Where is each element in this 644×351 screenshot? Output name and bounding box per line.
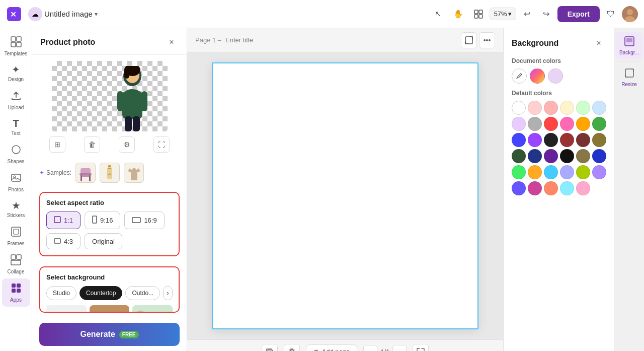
sample-garment[interactable] xyxy=(124,163,144,183)
default-color-swatch[interactable] xyxy=(576,117,590,131)
default-color-swatch[interactable] xyxy=(544,181,558,195)
document-title[interactable]: Untitled image xyxy=(44,10,93,18)
default-color-swatch[interactable] xyxy=(544,133,558,147)
gradient-swatch[interactable] xyxy=(530,68,545,84)
sidebar-item-frames[interactable]: Frames xyxy=(2,222,30,250)
page-title-input[interactable] xyxy=(225,36,310,44)
cursor-tool-button[interactable]: ↖ xyxy=(429,5,447,23)
default-color-swatch[interactable] xyxy=(592,117,606,131)
fullscreen-button[interactable] xyxy=(413,344,429,352)
ratio-16-9-button[interactable]: 16:9 xyxy=(124,212,164,229)
generate-button[interactable]: Generate FREE xyxy=(39,323,180,346)
add-page-button[interactable]: ⊕ Add page xyxy=(306,344,358,351)
default-color-swatch[interactable] xyxy=(576,133,590,147)
sidebar-item-stickers[interactable]: ★ Stickers xyxy=(2,196,30,222)
bg-item-flower-marble[interactable]: Flower on Marble xyxy=(132,305,173,313)
title-dropdown-arrow[interactable]: ▾ xyxy=(95,11,98,18)
default-color-swatch[interactable] xyxy=(528,117,542,131)
sidebar-item-photos[interactable]: Photos xyxy=(2,168,30,196)
default-color-swatch[interactable] xyxy=(592,149,606,163)
sidebar-item-templates[interactable]: Templates xyxy=(2,32,30,60)
zoom-selector[interactable]: 57% ▾ xyxy=(490,8,516,20)
default-color-swatch[interactable] xyxy=(512,117,526,131)
export-button[interactable]: Export xyxy=(557,6,600,22)
svg-rect-33 xyxy=(117,91,123,111)
svg-text:✕: ✕ xyxy=(10,10,17,18)
default-color-swatch[interactable] xyxy=(512,165,526,179)
default-color-swatch[interactable] xyxy=(544,101,558,115)
sample-chair[interactable] xyxy=(75,163,96,183)
default-color-swatch[interactable] xyxy=(512,133,526,147)
default-color-swatch[interactable] xyxy=(576,181,590,195)
default-color-swatch[interactable] xyxy=(528,101,542,115)
default-color-swatch[interactable] xyxy=(592,133,606,147)
sidebar-item-apps[interactable]: Apps xyxy=(2,278,30,307)
default-color-swatch[interactable] xyxy=(512,101,526,115)
delete-preview-button[interactable]: 🗑 xyxy=(84,136,100,153)
bg-tab-more[interactable]: › xyxy=(163,286,173,300)
default-color-swatch[interactable] xyxy=(592,101,606,115)
default-color-swatch[interactable] xyxy=(576,165,590,179)
default-color-swatch[interactable] xyxy=(560,165,574,179)
delete-page-button[interactable] xyxy=(284,344,300,352)
default-color-swatch[interactable] xyxy=(576,149,590,163)
default-color-swatch[interactable] xyxy=(528,149,542,163)
default-color-swatch[interactable] xyxy=(512,149,526,163)
hand-tool-button[interactable]: ✋ xyxy=(449,5,467,23)
default-color-swatch[interactable] xyxy=(528,133,542,147)
next-page-button[interactable]: › xyxy=(392,345,407,352)
duplicate-page-button[interactable] xyxy=(262,344,278,352)
bg-tab-countertop[interactable]: Countertop xyxy=(79,286,122,300)
sidebar-item-shapes[interactable]: Shapes xyxy=(2,140,30,168)
right-tab-resize[interactable]: Resize xyxy=(615,64,643,91)
text-icon: T xyxy=(13,118,19,128)
crop-button[interactable]: ⊞ xyxy=(49,136,65,153)
sidebar-item-design[interactable]: ✦ Design xyxy=(2,60,30,86)
bg-tab-studio[interactable]: Studio xyxy=(46,286,76,300)
undo-button[interactable]: ↩ xyxy=(518,5,536,23)
default-color-swatch[interactable] xyxy=(560,117,574,131)
default-color-swatch[interactable] xyxy=(576,101,590,115)
user-avatar[interactable] xyxy=(622,6,638,22)
default-color-swatch[interactable] xyxy=(560,101,574,115)
ratio-4-3-icon xyxy=(54,237,61,245)
background-popup-close-button[interactable]: × xyxy=(592,36,606,50)
light-purple-swatch[interactable] xyxy=(548,68,563,84)
bg-item-white-marble[interactable]: White Marble xyxy=(46,305,87,313)
sidebar-item-text[interactable]: T Text xyxy=(2,114,30,140)
default-color-swatch[interactable] xyxy=(512,181,526,195)
panel-close-button[interactable]: × xyxy=(165,35,179,49)
right-tab-background[interactable]: Backgr... xyxy=(615,32,643,59)
sidebar-item-collage[interactable]: Collage xyxy=(2,250,30,278)
redo-button[interactable]: ↪ xyxy=(537,5,555,23)
canva-logo[interactable]: ✕ xyxy=(6,6,22,22)
default-color-swatch[interactable] xyxy=(528,165,542,179)
default-color-swatch[interactable] xyxy=(560,149,574,163)
ratio-9-16-button[interactable]: 9:16 xyxy=(85,212,120,229)
eyedropper-swatch[interactable] xyxy=(512,68,527,84)
sidebar-design-label: Design xyxy=(8,77,24,82)
expand-preview-button[interactable]: ⛶ xyxy=(153,136,170,153)
ratio-1-1-button[interactable]: 1:1 xyxy=(46,212,80,229)
sidebar-item-upload[interactable]: Upload xyxy=(2,86,30,114)
default-color-swatch[interactable] xyxy=(544,117,558,131)
bg-item-wooden-platform[interactable]: Wooden Platform xyxy=(90,305,130,313)
default-color-swatch[interactable] xyxy=(560,133,574,147)
bg-tab-outdoor[interactable]: Outdo... xyxy=(125,286,160,300)
prev-page-button[interactable]: ‹ xyxy=(363,345,377,352)
default-color-swatch[interactable] xyxy=(592,165,606,179)
canvas-resize-button[interactable] xyxy=(461,32,477,48)
canvas-more-button[interactable]: ••• xyxy=(479,32,495,48)
svg-rect-35 xyxy=(125,116,132,131)
default-color-swatch[interactable] xyxy=(544,149,558,163)
settings-preview-button[interactable]: ⚙ xyxy=(119,136,135,153)
canvas-surface[interactable] xyxy=(212,62,478,329)
default-color-swatch[interactable] xyxy=(528,181,542,195)
svg-rect-10 xyxy=(17,37,21,41)
default-color-swatch[interactable] xyxy=(544,165,558,179)
ratio-4-3-button[interactable]: 4:3 xyxy=(46,233,80,249)
layout-tool-button[interactable] xyxy=(469,5,488,23)
default-color-swatch[interactable] xyxy=(560,181,574,195)
sample-bottle[interactable]: abc xyxy=(100,163,120,183)
ratio-original-button[interactable]: Original xyxy=(85,233,122,249)
